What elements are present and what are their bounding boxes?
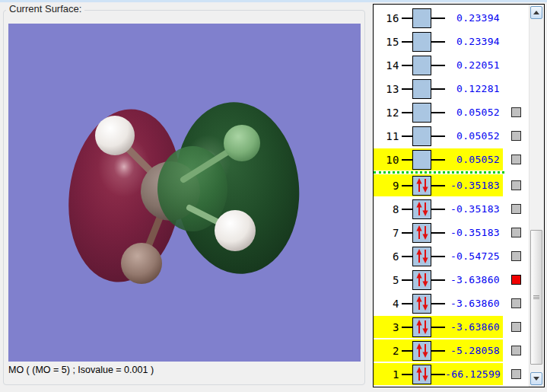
level-line-left bbox=[402, 41, 412, 43]
orbital-box-occupied[interactable] bbox=[412, 199, 431, 219]
mo-row-body: 150.23394 bbox=[374, 30, 503, 53]
orbital-box-occupied[interactable] bbox=[412, 176, 431, 196]
mo-row[interactable]: 1-66.12599 bbox=[374, 362, 530, 386]
mo-energy-value: -0.35183 bbox=[445, 180, 500, 191]
mo-energy-value: 0.23394 bbox=[445, 36, 500, 47]
level-line-left bbox=[402, 185, 412, 186]
mo-checkbox[interactable] bbox=[511, 298, 521, 308]
orbital-box-virtual[interactable] bbox=[412, 8, 431, 28]
mo-number: 15 bbox=[380, 36, 399, 48]
orbital-box-occupied[interactable] bbox=[412, 223, 431, 243]
mo-list: 160.23394150.23394140.22051130.12281120.… bbox=[374, 5, 530, 387]
mo-number: 10 bbox=[380, 154, 399, 166]
mo-checkbox[interactable] bbox=[511, 228, 521, 237]
mo-energy-value: -3.63860 bbox=[445, 274, 500, 285]
hydrogen-atom-bottomleft bbox=[121, 243, 162, 284]
mo-checkbox[interactable] bbox=[511, 204, 521, 214]
scrollbar[interactable] bbox=[529, 5, 544, 387]
mo-row[interactable]: 130.12281 bbox=[374, 77, 530, 100]
mo-number: 2 bbox=[380, 345, 399, 357]
mo-number: 7 bbox=[380, 227, 399, 239]
current-surface-groupbox: Current Surface: bbox=[3, 10, 365, 385]
mo-row[interactable]: 5-3.63860 bbox=[374, 268, 530, 292]
mo-row[interactable]: 4-3.63860 bbox=[374, 292, 530, 315]
level-line-right bbox=[431, 279, 445, 281]
spin-down-icon bbox=[422, 250, 428, 263]
mo-row-body: 5-3.63860 bbox=[374, 269, 503, 291]
level-line-right bbox=[431, 159, 445, 161]
mo-row[interactable]: 150.23394 bbox=[374, 30, 530, 53]
mo-row[interactable]: 6-0.54725 bbox=[374, 244, 530, 268]
orbital-box-virtual[interactable] bbox=[412, 103, 431, 123]
hydrogen-atom-topleft bbox=[95, 116, 135, 155]
mo-number: 14 bbox=[380, 59, 399, 72]
spin-up-icon bbox=[416, 178, 421, 192]
mo-checkbox[interactable] bbox=[511, 251, 521, 261]
mo-row[interactable]: 7-0.35183 bbox=[374, 221, 530, 244]
mo-energy-value: 0.05052 bbox=[445, 154, 500, 165]
mo-row[interactable]: 8-0.35183 bbox=[374, 197, 530, 221]
mo-checkbox[interactable] bbox=[511, 322, 521, 332]
mo-row[interactable]: 110.05052 bbox=[374, 124, 530, 148]
mo-row-body: 160.23394 bbox=[374, 7, 503, 29]
mo-energy-value: -5.28058 bbox=[445, 345, 500, 356]
orbital-box-occupied[interactable] bbox=[412, 341, 431, 361]
level-line-right bbox=[431, 209, 445, 210]
mo-number: 3 bbox=[380, 321, 399, 333]
scrollbar-down-button[interactable] bbox=[530, 372, 542, 385]
mo-row[interactable]: 2-5.28058 bbox=[374, 339, 530, 362]
mo-number: 12 bbox=[380, 107, 399, 119]
mo-energy-value: -3.63860 bbox=[445, 321, 500, 333]
mo-row[interactable]: 100.05052 bbox=[374, 148, 530, 171]
mo-number: 9 bbox=[380, 180, 399, 192]
orbital-box-virtual[interactable] bbox=[412, 79, 431, 99]
surface-caption: MO ( (MO = 5) ; Isovalue = 0.001 ) bbox=[8, 365, 154, 375]
level-line-right bbox=[431, 374, 445, 375]
mo-number: 1 bbox=[380, 368, 399, 381]
level-line-left bbox=[402, 88, 412, 90]
mo-checkbox[interactable] bbox=[511, 107, 521, 117]
mo-row[interactable]: 120.05052 bbox=[374, 100, 530, 124]
mo-checkbox[interactable] bbox=[511, 369, 521, 379]
orbital-box-virtual[interactable] bbox=[412, 32, 431, 52]
orbital-box-virtual[interactable] bbox=[412, 56, 431, 75]
mo-row-highlight: 2-5.28058 bbox=[374, 339, 503, 362]
mo-row-highlight: 9-0.35183 bbox=[374, 174, 503, 196]
mo-row-body: 4-3.63860 bbox=[374, 292, 503, 314]
orbital-box-occupied[interactable] bbox=[412, 317, 431, 337]
orbital-box-occupied[interactable] bbox=[412, 365, 431, 384]
orbital-box-occupied[interactable] bbox=[412, 270, 431, 290]
mo-checkbox[interactable] bbox=[511, 346, 521, 355]
spin-up-icon bbox=[416, 272, 421, 286]
spin-up-icon bbox=[416, 320, 421, 333]
mo-checkbox-selected[interactable] bbox=[511, 275, 521, 285]
spin-up-icon bbox=[416, 225, 421, 239]
mo-row[interactable]: 140.22051 bbox=[374, 53, 530, 77]
scrollbar-up-button[interactable] bbox=[530, 6, 542, 19]
scrollbar-thumb[interactable] bbox=[530, 230, 542, 365]
spin-down-icon bbox=[422, 179, 428, 193]
mo-row[interactable]: 9-0.35183 bbox=[374, 174, 530, 197]
mo-row-highlight: 1-66.12599 bbox=[374, 363, 503, 385]
orbital-box-virtual[interactable] bbox=[412, 150, 431, 170]
mo-number: 4 bbox=[380, 298, 399, 310]
mo-row[interactable]: 160.23394 bbox=[374, 6, 530, 30]
mo-checkbox[interactable] bbox=[511, 155, 521, 164]
mo-row-body: 7-0.35183 bbox=[374, 221, 503, 244]
level-line-right bbox=[431, 327, 445, 328]
mo-number: 13 bbox=[380, 83, 399, 95]
mo-checkbox[interactable] bbox=[511, 131, 521, 141]
orbital-box-occupied[interactable] bbox=[412, 294, 431, 314]
level-line-left bbox=[402, 135, 412, 137]
mo-energy-value: 0.23394 bbox=[445, 12, 500, 24]
mo-checkbox[interactable] bbox=[511, 180, 521, 190]
orbital-box-occupied[interactable] bbox=[412, 247, 431, 266]
level-line-left bbox=[402, 18, 412, 19]
orbital-box-virtual[interactable] bbox=[412, 126, 431, 146]
mo-3d-viewport[interactable] bbox=[8, 24, 361, 362]
mo-energy-value: 0.22051 bbox=[445, 59, 500, 71]
mo-row[interactable]: 3-3.63860 bbox=[374, 315, 530, 339]
mo-energy-value: -0.54725 bbox=[445, 250, 500, 262]
spin-down-icon bbox=[422, 202, 428, 216]
mo-number: 8 bbox=[380, 203, 399, 215]
